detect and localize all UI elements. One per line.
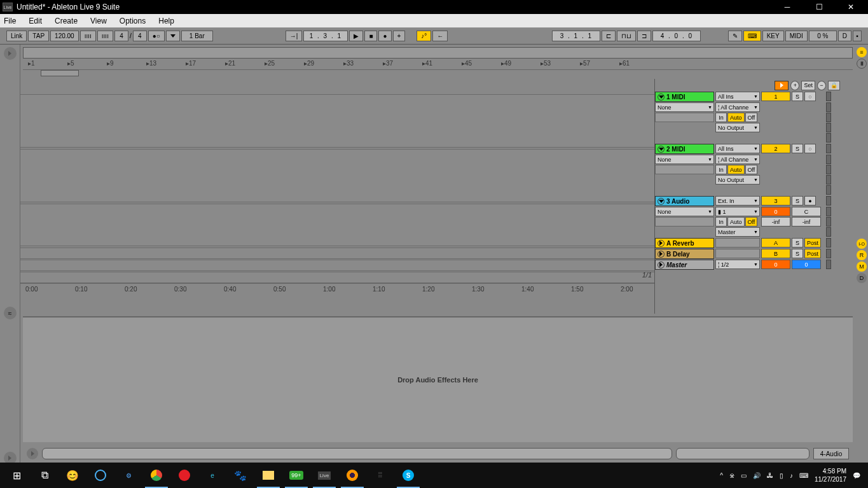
tray-icon[interactable]: ▭ <box>741 472 747 479</box>
device-dropdown[interactable]: None <box>655 207 714 216</box>
loop-length[interactable]: 4 . 0 . 0 <box>652 31 701 41</box>
quantize-menu[interactable]: 1 Bar <box>181 31 213 41</box>
taskbar-app-icon[interactable]: 99+ <box>282 463 310 488</box>
loop-brace[interactable] <box>41 70 79 76</box>
pan-l[interactable]: -inf <box>761 217 790 227</box>
set-button[interactable]: Set <box>801 81 815 90</box>
browser-toggle-icon[interactable] <box>4 47 17 60</box>
time-ruler[interactable]: 0:000:100:200:300:400:501:001:101:201:30… <box>20 283 654 295</box>
new-scene-icon[interactable]: + <box>790 81 799 90</box>
track-lane[interactable] <box>20 247 654 259</box>
metronome-button[interactable]: ●○ <box>148 31 165 41</box>
track-activator-button[interactable]: 2 <box>761 144 790 153</box>
input-channel-dropdown[interactable]: ¦ All Channe <box>715 102 760 112</box>
arm-button[interactable]: ○ <box>804 144 816 153</box>
minimize-button[interactable]: ─ <box>778 1 797 13</box>
cue-out-dropdown[interactable]: ¦ 1/2 <box>715 260 760 269</box>
solo-button[interactable]: S <box>792 144 803 153</box>
input-channel-dropdown[interactable]: ▮ 1 <box>715 207 760 216</box>
time-sig-denominator[interactable]: 4 <box>133 31 147 41</box>
input-channel-dropdown[interactable]: ¦ All Channe <box>715 155 760 164</box>
metronome-menu[interactable] <box>166 31 180 41</box>
input-type-dropdown[interactable]: All Ins <box>715 92 760 101</box>
arm-button[interactable]: ● <box>804 196 816 206</box>
tray-volume-icon[interactable]: 🔊 <box>753 472 761 479</box>
taskbar-firefox-icon[interactable] <box>338 463 366 488</box>
return-io[interactable] <box>715 238 760 247</box>
record-button[interactable]: ● <box>378 31 391 41</box>
pan-r[interactable]: -inf <box>792 217 821 227</box>
nudge-up-button[interactable]: ıııı <box>97 31 113 41</box>
punch-in-button[interactable]: ⊏ <box>602 31 616 41</box>
solo-button[interactable]: S <box>792 196 803 206</box>
taskbar-app-icon[interactable]: ⚙ <box>114 463 142 488</box>
follow-button[interactable]: →| <box>286 31 303 41</box>
master-send-a[interactable]: 0 <box>761 260 790 269</box>
return-title[interactable]: A Reverb <box>655 238 714 248</box>
taskbar-skype-icon[interactable]: S <box>394 463 422 488</box>
track-title[interactable]: 3 Audio <box>655 196 714 206</box>
taskbar-chrome-icon[interactable] <box>142 463 170 488</box>
device-dropdown[interactable]: None <box>655 102 714 112</box>
tray-icon[interactable]: ♪ <box>790 472 793 479</box>
taskbar-live-icon[interactable]: Live <box>310 463 338 488</box>
play-button[interactable]: ▶ <box>349 31 363 41</box>
midi-map-button[interactable]: MIDI <box>785 31 808 41</box>
monitor-auto-button[interactable]: Auto <box>727 165 745 174</box>
master-send-b[interactable]: 0 <box>792 260 821 269</box>
track-lane[interactable] <box>20 272 654 283</box>
return-activator[interactable]: A <box>761 238 790 247</box>
stop-button[interactable]: ■ <box>364 31 377 41</box>
track-lane[interactable] <box>20 260 654 271</box>
clip-slot[interactable] <box>655 217 714 227</box>
input-type-dropdown[interactable]: All Ins <box>715 144 760 153</box>
time-sig-numerator[interactable]: 4 <box>114 31 128 41</box>
tray-chevron-icon[interactable]: ^ <box>720 472 723 479</box>
track-activator-button[interactable]: 3 <box>761 196 790 206</box>
tap-tempo-button[interactable]: TAP <box>28 31 49 41</box>
status-field-1[interactable] <box>42 448 672 459</box>
link-button[interactable]: Link <box>6 31 27 41</box>
mixer-toggle-icon[interactable]: M <box>857 261 867 272</box>
tray-network-icon[interactable]: 🖧 <box>767 472 773 479</box>
close-button[interactable]: ✕ <box>841 1 860 13</box>
input-type-dropdown[interactable]: Ext. In <box>715 196 760 206</box>
solo-button[interactable]: S <box>792 92 803 101</box>
tray-notifications-icon[interactable]: 💬 <box>853 472 860 479</box>
taskbar-edge-icon[interactable]: e <box>198 463 226 488</box>
track-lane[interactable] <box>20 149 654 202</box>
taskbar-app-icon[interactable] <box>86 463 114 488</box>
io-section-toggle-icon[interactable]: ⏸ <box>857 59 867 69</box>
tracks-timeline[interactable]: 1/1 0:000:100:200:300:400:501:001:101:20… <box>20 79 655 314</box>
arrangement-position[interactable]: 1 . 3 . 1 <box>303 31 348 41</box>
menu-edit[interactable]: Edit <box>29 17 42 25</box>
keyboard-button[interactable]: ⌨ <box>743 31 761 41</box>
pencil-button[interactable]: ✎ <box>728 31 742 41</box>
return-activator[interactable]: B <box>761 249 790 258</box>
taskbar-app-icon[interactable]: 🐾 <box>226 463 254 488</box>
track-title[interactable]: 1 MIDI <box>655 92 714 102</box>
return-post[interactable]: Post <box>804 238 821 247</box>
tray-clock[interactable]: 4:58 PM 11/27/2017 <box>815 467 846 484</box>
tray-icon[interactable]: ※ <box>729 472 734 479</box>
monitor-in-button[interactable]: In <box>715 217 727 227</box>
monitor-in-button[interactable]: In <box>715 113 727 122</box>
start-button[interactable]: ⊞ <box>3 463 31 488</box>
track-lane[interactable] <box>20 204 654 246</box>
clip-slot[interactable] <box>655 113 714 122</box>
maximize-button[interactable]: ☐ <box>809 1 829 13</box>
nudge-down-button[interactable]: ıııı <box>80 31 96 41</box>
device-dropdown[interactable]: None <box>655 155 714 164</box>
menu-create[interactable]: Create <box>55 17 78 25</box>
delay-toggle-icon[interactable]: D <box>857 273 867 283</box>
send-b-knob[interactable]: C <box>792 207 821 216</box>
monitor-off-button[interactable]: Off <box>745 113 758 122</box>
taskbar-app-icon[interactable]: 😊 <box>59 463 86 488</box>
monitor-auto-button[interactable]: Auto <box>727 217 745 227</box>
loop-start[interactable]: 3 . 1 . 1 <box>552 31 600 41</box>
taskbar-explorer-icon[interactable] <box>254 463 282 488</box>
track-activator-button[interactable]: 1 <box>761 92 790 101</box>
monitor-auto-button[interactable]: Auto <box>727 113 745 122</box>
loop-button[interactable]: ⊓⊔ <box>617 31 636 41</box>
menu-help[interactable]: Help <box>158 17 174 25</box>
